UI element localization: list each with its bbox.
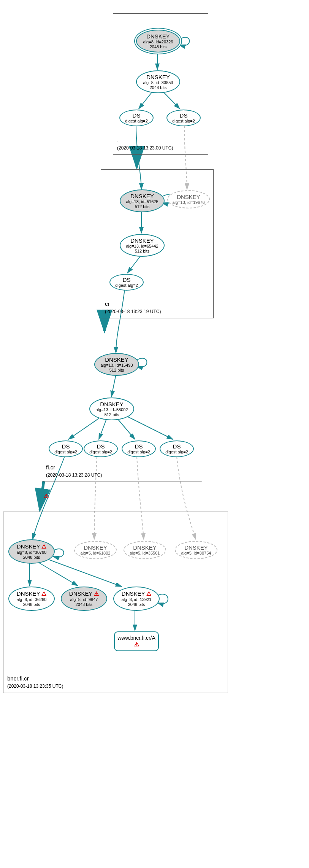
zone-root-ts: (2020-03-18 13:23:00 UTC) (117, 145, 173, 151)
warn-icon: ⚠ (41, 590, 46, 597)
node-bncr-d2: DNSKEY alg=5, id=35561 (124, 541, 166, 559)
node-cr-ds-title: DS (123, 277, 131, 283)
node-cr-zsk-sub1: alg=13, id=65442 (126, 244, 158, 249)
node-cr-ksk-sub1: alg=13, id=51625 (126, 199, 158, 204)
node-root-ds1: DS digest alg=2 (119, 110, 154, 126)
node-ficr-zsk-title: DNSKEY (100, 401, 124, 407)
warn-icon: ⚠ (146, 590, 151, 597)
warn-icon-zoneedge: ⚠ (44, 493, 49, 499)
node-root-zsk-sub1: alg=8, id=33853 (143, 80, 173, 85)
node-bncr-rr: www.bncr.fi.cr/A ⚠ (114, 631, 159, 651)
node-ficr-zsk: DNSKEY alg=13, id=58002 512 bits (89, 397, 134, 420)
node-root-ksk-sub1: alg=8, id=20326 (143, 40, 173, 45)
zone-root-label: . (2020-03-18 13:23:00 UTC) (117, 137, 173, 151)
node-root-ksk-title: DNSKEY (146, 33, 170, 40)
node-cr-ds: DS digest alg=2 (109, 274, 144, 291)
zone-bncr-ts: (2020-03-18 13:23:35 UTC) (7, 684, 63, 689)
node-cr-ksk-sub2: 512 bits (135, 204, 150, 209)
zone-bncr-label: bncr.fi.cr (2020-03-18 13:23:35 UTC) (7, 675, 63, 690)
node-ficr-ksk-sub1: alg=13, id=15493 (100, 363, 133, 368)
node-root-ds1-sub: digest alg=2 (125, 119, 148, 124)
zone-ficr-ts: (2020-03-18 13:23:28 UTC) (46, 472, 102, 478)
node-root-ds1-title: DS (133, 112, 141, 119)
node-ficr-ds1: DS digest alg=2 (49, 440, 83, 457)
node-ficr-ksk-title: DNSKEY (105, 356, 128, 363)
node-ficr-ds2: DS digest alg=2 (84, 440, 118, 457)
node-cr-ds-sub: digest alg=2 (115, 283, 138, 288)
node-bncr-d1: DNSKEY alg=5, id=61802 (74, 541, 117, 559)
node-cr-ksk: DNSKEY alg=13, id=51625 512 bits (120, 189, 165, 212)
node-root-zsk-sub2: 2048 bits (150, 85, 167, 90)
node-bncr-ksk: DNSKEY ⚠ alg=8, id=30790 2048 bits (8, 539, 55, 564)
node-bncr-k3: DNSKEY ⚠ alg=8, id=13921 2048 bits (113, 587, 160, 611)
zone-cr-name: cr (105, 300, 110, 307)
node-ficr-ds4: DS digest alg=2 (160, 440, 194, 457)
zone-ficr-name: fi.cr (46, 464, 55, 471)
node-root-ksk: DNSKEY alg=8, id=20326 2048 bits (136, 30, 180, 52)
node-ficr-ds3: DS digest alg=2 (122, 440, 156, 457)
zone-cr-label: cr (2020-03-18 13:23:19 UTC) (105, 300, 161, 315)
node-bncr-k2: DNSKEY ⚠ alg=8, id=9847 2048 bits (61, 587, 107, 611)
node-root-ds2: DS digest alg=2 (166, 110, 201, 126)
node-cr-zsk: DNSKEY alg=13, id=65442 512 bits (120, 234, 165, 257)
node-ficr-zsk-sub2: 512 bits (105, 412, 119, 417)
node-bncr-d3: DNSKEY alg=5, id=30754 (175, 541, 217, 559)
node-cr-zsk-title: DNSKEY (130, 237, 154, 244)
zone-ficr-label: fi.cr (2020-03-18 13:23:28 UTC) (46, 464, 102, 479)
node-cr-extra: DNSKEY alg=13, id=19676 (167, 190, 210, 208)
node-cr-extra-title: DNSKEY (177, 194, 200, 200)
node-ficr-ksk: DNSKEY alg=13, id=15493 512 bits (94, 353, 139, 376)
node-root-ds2-title: DS (180, 112, 188, 119)
zone-bncr-name: bncr.fi.cr (7, 675, 29, 682)
node-cr-ksk-title: DNSKEY (130, 193, 154, 199)
node-root-ds2-sub: digest alg=2 (172, 119, 195, 124)
node-cr-extra-sub: alg=13, id=19676 (172, 200, 204, 205)
warn-icon: ⚠ (41, 543, 46, 550)
node-root-ksk-sub2: 2048 bits (150, 45, 167, 49)
node-bncr-k1: DNSKEY ⚠ alg=8, id=36280 2048 bits (8, 587, 55, 611)
warn-icon: ⚠ (134, 641, 139, 648)
zone-cr-ts: (2020-03-18 13:23:19 UTC) (105, 309, 161, 314)
warn-icon: ⚠ (94, 590, 99, 597)
node-ficr-zsk-sub1: alg=13, id=58002 (95, 407, 128, 412)
node-root-zsk: DNSKEY alg=8, id=33853 2048 bits (136, 70, 180, 93)
node-ficr-ksk-sub2: 512 bits (109, 368, 124, 373)
node-cr-zsk-sub2: 512 bits (135, 249, 150, 254)
node-root-zsk-title: DNSKEY (146, 74, 170, 80)
zone-root-name: . (117, 137, 119, 143)
